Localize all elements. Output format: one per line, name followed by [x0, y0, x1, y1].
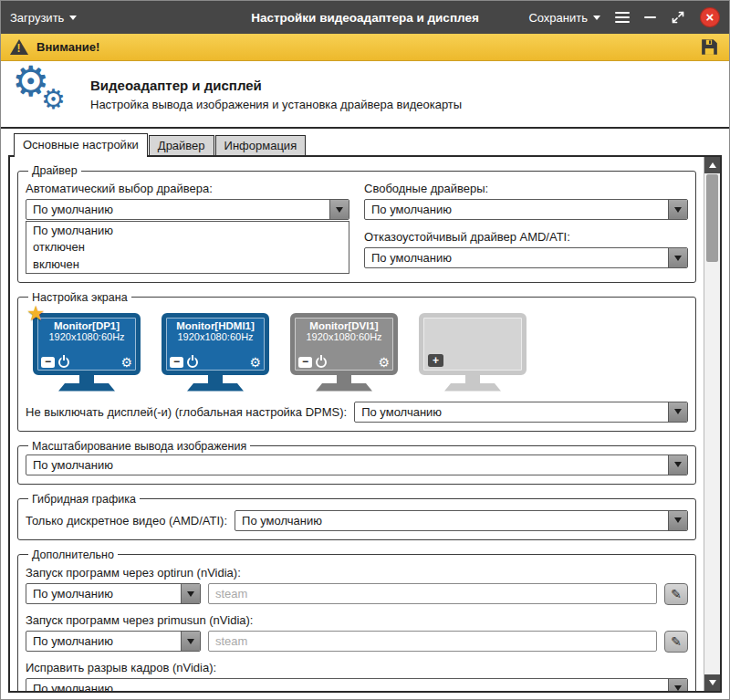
primusrun-label: Запуск программ через primusun (nVidia): [26, 613, 688, 627]
monitor-dp1[interactable]: ★ Monitor[DP1] 1920x1080:60Hz − ⚙ [33, 313, 141, 392]
monitor-row: ★ Monitor[DP1] 1920x1080:60Hz − ⚙ [26, 306, 688, 393]
monitor-hdmi1[interactable]: Monitor[HDMI1] 1920x1080:60Hz − ⚙ [162, 313, 269, 392]
optirun-command-input[interactable] [208, 583, 657, 604]
scaling-section: Масштабирование вывода изображения По ум… [17, 440, 696, 485]
dropdown-arrow-icon[interactable] [668, 402, 687, 422]
scroll-content: Драйвер Автоматический выбор драйвера: П… [10, 157, 704, 691]
dropdown-arrow-icon[interactable] [181, 584, 200, 603]
warning-icon [10, 39, 28, 55]
expand-icon [671, 10, 685, 25]
monitor-settings-icon[interactable]: ⚙ [249, 357, 261, 368]
header-text: Видеоадаптер и дисплей Настройка вывода … [90, 78, 462, 111]
scroll-up-button[interactable] [704, 157, 720, 173]
load-button-label: Загрузить [10, 11, 64, 25]
failsafe-amd-label: Отказоустойчивый драйвер AMD/ATI: [364, 230, 688, 244]
dpms-label: Не выключать дисплей(-и) (глобальная нас… [26, 405, 347, 419]
failsafe-amd-combobox[interactable]: По умолчанию [364, 247, 688, 268]
scroll-down-button[interactable] [704, 674, 720, 691]
monitor-settings-icon[interactable]: ⚙ [378, 357, 390, 368]
warning-bar: Внимание! [1, 34, 729, 61]
monitor-add-button[interactable]: + [428, 354, 443, 367]
gears-icon: ⚙ ⚙ [12, 66, 78, 122]
pencil-icon: ✎ [671, 634, 682, 649]
dropdown-arrow-icon[interactable] [668, 679, 687, 692]
titlebar: Загрузить Настройки видеоадаптера и дисп… [1, 1, 729, 34]
tearing-label: Исправить разрыв кадров (nVidia): [26, 661, 688, 674]
optirun-edit-button[interactable]: ✎ [664, 583, 688, 605]
discrete-only-label: Только дискретное видео (AMD/ATI): [26, 514, 227, 528]
scaling-section-legend: Масштабирование вывода изображения [28, 440, 250, 453]
load-button[interactable]: Загрузить [10, 11, 77, 25]
window-title: Настройки видеоадаптера и дисплея [251, 11, 479, 25]
driver-section-legend: Драйвер [28, 164, 81, 177]
monitor-remove-button[interactable]: − [170, 357, 183, 368]
scrollbar-thumb[interactable] [706, 174, 718, 262]
monitor-dvi1[interactable]: Monitor[DVI1] 1920x1080:60Hz − ⚙ [290, 313, 398, 392]
hamburger-icon [615, 16, 630, 19]
vertical-scrollbar[interactable] [704, 157, 720, 691]
floppy-disk-icon [699, 37, 720, 57]
free-drivers-combobox[interactable]: По умолчанию [364, 199, 688, 220]
chevron-down-icon [69, 16, 77, 20]
driver-section: Драйвер Автоматический выбор драйвера: П… [17, 164, 696, 283]
quick-save-button[interactable] [699, 37, 720, 57]
extra-section: Дополнительно Запуск программ через opti… [17, 549, 696, 692]
option-disabled[interactable]: отключен [26, 239, 349, 256]
pencil-icon: ✎ [671, 587, 682, 601]
minimize-button[interactable] [644, 16, 656, 19]
warning-label: Внимание! [36, 40, 99, 54]
dropdown-arrow-icon[interactable] [668, 511, 687, 530]
discrete-only-combobox[interactable]: По умолчанию [235, 510, 688, 531]
close-button[interactable]: × [700, 7, 720, 27]
save-button[interactable]: Сохранить [528, 11, 600, 25]
option-enabled[interactable]: включен [26, 256, 349, 273]
arrow-up-icon [709, 162, 716, 168]
monitor-power-button[interactable] [316, 357, 327, 368]
extra-section-legend: Дополнительно [28, 549, 118, 561]
dropdown-arrow-icon[interactable] [668, 455, 687, 475]
monitor-add-slot[interactable]: + [419, 313, 527, 392]
page-title: Видеоадаптер и дисплей [90, 78, 462, 93]
hybrid-section: Гибридная графика Только дискретное виде… [17, 493, 696, 540]
dropdown-arrow-icon[interactable] [181, 632, 200, 651]
dropdown-arrow-icon[interactable] [329, 200, 349, 219]
optirun-combobox[interactable]: По умолчанию [26, 583, 201, 604]
tab-driver[interactable]: Драйвер [149, 135, 214, 155]
dropdown-arrow-icon[interactable] [668, 200, 687, 219]
screen-section: Настройка экрана ★ Monitor[DP1] 1920x108… [17, 291, 696, 432]
primusrun-edit-button[interactable]: ✎ [664, 631, 688, 653]
app-window: Загрузить Настройки видеоадаптера и дисп… [0, 0, 730, 700]
auto-driver-options-list: По умолчанию отключен включен [26, 221, 349, 274]
menu-button[interactable] [615, 16, 630, 19]
arrow-down-icon [709, 680, 716, 685]
auto-driver-label: Автоматический выбор драйвера: [26, 182, 349, 195]
primary-star-icon: ★ [26, 301, 46, 326]
scaling-combobox[interactable]: По умолчанию [26, 454, 688, 475]
monitor-remove-button[interactable]: − [298, 357, 312, 368]
monitor-power-button[interactable] [187, 357, 198, 368]
monitor-power-button[interactable] [58, 357, 69, 368]
auto-driver-combobox[interactable]: По умолчанию [26, 199, 349, 220]
tab-bar: Основные настройки Драйвер Информация [1, 129, 729, 155]
primusrun-combobox[interactable]: По умолчанию [26, 631, 201, 652]
primusrun-command-input[interactable] [208, 631, 657, 652]
maximize-button[interactable] [671, 10, 685, 25]
dropdown-arrow-icon[interactable] [668, 248, 687, 267]
page-header: ⚙ ⚙ Видеоадаптер и дисплей Настройка выв… [1, 61, 729, 129]
monitor-settings-icon[interactable]: ⚙ [120, 357, 132, 368]
monitor-remove-button[interactable]: − [41, 357, 55, 368]
dpms-combobox[interactable]: По умолчанию [354, 402, 688, 423]
tab-main-settings[interactable]: Основные настройки [14, 133, 148, 157]
optirun-label: Запуск программ через optirun (nVidia): [26, 566, 688, 580]
content-panel: Драйвер Автоматический выбор драйвера: П… [8, 155, 722, 693]
minimize-icon [644, 16, 656, 19]
save-button-label: Сохранить [528, 11, 588, 25]
titlebar-actions: Сохранить × [528, 7, 720, 27]
tearing-combobox[interactable]: По умолчанию [26, 678, 688, 692]
close-icon: × [706, 9, 714, 25]
hybrid-section-legend: Гибридная графика [28, 493, 140, 506]
option-default[interactable]: По умолчанию [26, 222, 349, 239]
tab-information[interactable]: Информация [215, 135, 307, 155]
scrollbar-track[interactable] [704, 173, 720, 674]
free-drivers-label: Свободные драйверы: [364, 182, 688, 195]
